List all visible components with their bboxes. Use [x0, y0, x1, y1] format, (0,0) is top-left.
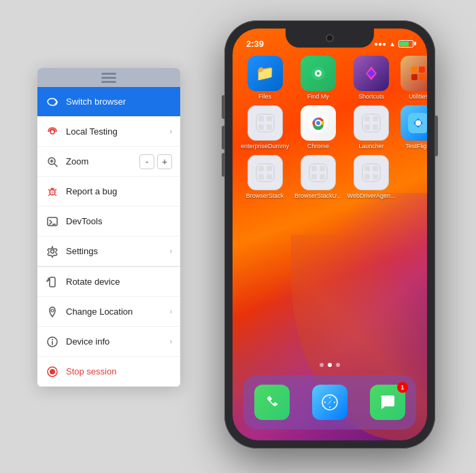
stop-icon — [46, 365, 59, 379]
app-files[interactable]: 📁 Files — [241, 56, 289, 100]
app-label: Launcher — [358, 143, 384, 150]
menu-item-devtools[interactable]: DevTools — [37, 207, 180, 236]
svg-point-60 — [50, 369, 55, 374]
app-label: Chrome — [307, 143, 329, 150]
app-label: BrowserStack — [246, 192, 284, 199]
svg-rect-27 — [267, 174, 272, 179]
svg-rect-37 — [373, 174, 378, 179]
svg-line-41 — [54, 164, 57, 167]
svg-rect-54 — [50, 277, 55, 287]
app-browserstack-u[interactable]: BrowserStackU... — [294, 155, 342, 199]
zoom-minus-button[interactable]: - — [139, 154, 154, 169]
switch-browser-icon — [46, 95, 59, 109]
page-dot-3 — [336, 363, 340, 367]
svg-rect-35 — [373, 166, 378, 171]
local-testing-label: Local Testing — [66, 126, 163, 137]
svg-point-58 — [52, 338, 53, 340]
app-icon-img — [401, 105, 427, 141]
app-launcher[interactable]: Launcher — [347, 105, 396, 150]
devtools-label: DevTools — [66, 216, 172, 226]
svg-point-2 — [317, 72, 320, 75]
chevron-right-icon: › — [170, 308, 172, 315]
page-dot-1 — [320, 363, 324, 367]
svg-rect-8 — [258, 116, 264, 122]
app-utilities[interactable]: Utilities — [401, 56, 427, 100]
location-icon — [46, 305, 59, 319]
dock-app-safari[interactable] — [312, 385, 347, 420]
app-label: BrowserStackU... — [294, 192, 342, 199]
app-grid: 📁 Files Find My Shortcuts — [241, 56, 419, 199]
app-enterprise-dummy[interactable]: enterpriseDummy — [241, 105, 289, 150]
dock-app-phone[interactable] — [254, 385, 290, 420]
menu-panel: Switch browser Local Testing › Zoom - + … — [37, 68, 180, 387]
messages-badge: 1 — [397, 382, 408, 393]
svg-rect-10 — [258, 124, 264, 130]
svg-rect-11 — [267, 124, 272, 130]
settings-label: Settings — [66, 246, 163, 256]
handle-line — [101, 81, 116, 83]
app-label: TestFlight — [405, 143, 427, 150]
battery-icon — [398, 40, 413, 48]
menu-item-device-info[interactable]: Device info › — [37, 327, 180, 357]
phone-frame: 2:39 ●●● ▲ 📁 Files — [224, 20, 435, 449]
app-chrome[interactable]: Chrome — [294, 105, 342, 150]
phone-notch — [286, 29, 374, 48]
handle-lines — [101, 73, 116, 83]
app-icon-img — [301, 56, 336, 91]
svg-rect-5 — [411, 74, 418, 80]
menu-item-zoom[interactable]: Zoom - + — [37, 147, 180, 177]
menu-drag-handle[interactable] — [37, 68, 180, 87]
phone-mockup: 2:39 ●●● ▲ 📁 Files — [224, 20, 435, 449]
menu-item-rotate[interactable]: Rotate device — [37, 267, 180, 297]
battery-fill — [400, 41, 409, 46]
menu-item-report-bug[interactable]: Report a bug — [37, 177, 180, 207]
page-dots — [320, 363, 340, 367]
menu-item-switch-browser[interactable]: Switch browser — [37, 87, 180, 117]
svg-point-39 — [50, 130, 54, 134]
phone-screen: 2:39 ●●● ▲ 📁 Files — [233, 29, 427, 440]
svg-rect-18 — [373, 116, 378, 122]
zoom-controls: - + — [139, 154, 172, 169]
status-time: 2:39 — [246, 39, 264, 49]
app-browserstack[interactable]: BrowserStack — [241, 155, 289, 199]
app-testflight[interactable]: TestFlight — [401, 105, 427, 150]
svg-rect-29 — [311, 166, 317, 171]
svg-rect-26 — [258, 174, 264, 179]
menu-item-settings[interactable]: Settings › — [37, 236, 180, 266]
svg-rect-31 — [311, 174, 317, 179]
svg-rect-25 — [267, 166, 272, 171]
bug-icon — [46, 185, 59, 198]
app-label: WebDriverAgen... — [347, 192, 396, 199]
page-dot-2 — [328, 363, 332, 367]
svg-line-49 — [48, 194, 50, 196]
svg-rect-20 — [373, 124, 378, 130]
app-shortcuts[interactable]: Shortcuts — [347, 56, 396, 100]
chevron-right-icon: › — [170, 247, 172, 255]
info-icon — [46, 335, 59, 349]
app-icon-img — [401, 56, 427, 91]
menu-item-stop-session[interactable]: Stop session — [37, 357, 180, 387]
zoom-plus-button[interactable]: + — [157, 154, 172, 169]
chevron-right-icon: › — [170, 338, 172, 345]
app-icon-img — [248, 155, 283, 190]
signal-icon: ●●● — [374, 40, 386, 48]
svg-rect-34 — [364, 166, 370, 171]
menu-item-local-testing[interactable]: Local Testing › — [37, 117, 180, 147]
report-bug-label: Report a bug — [66, 186, 172, 196]
app-label: Shortcuts — [358, 93, 384, 100]
app-webdriver[interactable]: WebDriverAgen... — [347, 155, 396, 199]
svg-line-50 — [55, 194, 57, 196]
svg-rect-24 — [258, 166, 264, 171]
status-icons: ●●● ▲ — [374, 40, 413, 48]
zoom-label: Zoom — [66, 156, 133, 167]
chevron-right-icon: › — [170, 128, 172, 135]
svg-rect-32 — [320, 174, 325, 179]
app-icon-img — [354, 56, 389, 91]
app-icon-img — [354, 105, 389, 141]
app-findmy[interactable]: Find My — [294, 56, 342, 100]
app-icon-img — [301, 105, 336, 141]
dock-app-messages[interactable]: 1 — [370, 385, 405, 420]
svg-point-15 — [316, 121, 320, 125]
menu-item-change-location[interactable]: Change Location › — [37, 297, 180, 327]
svg-point-53 — [51, 249, 54, 253]
